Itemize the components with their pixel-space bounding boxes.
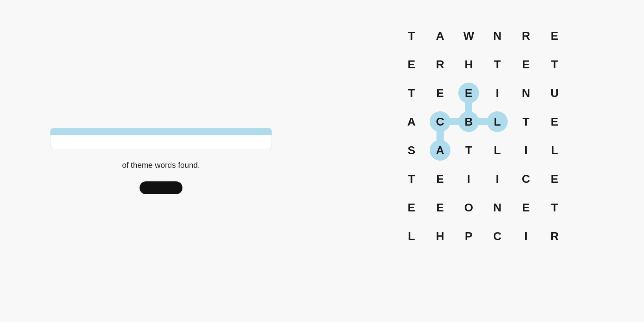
cell-4-5[interactable]: L (540, 136, 569, 165)
cell-2-1[interactable]: E (426, 79, 454, 107)
theme-content (50, 135, 272, 149)
cell-4-1[interactable]: A (426, 136, 454, 165)
cell-3-0[interactable]: A (397, 107, 426, 136)
cell-letter: R (436, 58, 444, 71)
cell-4-4[interactable]: I (512, 136, 540, 165)
cell-3-5[interactable]: E (540, 107, 569, 136)
cell-6-5[interactable]: T (540, 193, 569, 222)
cell-letter: T (551, 201, 558, 214)
cell-letter: L (551, 144, 558, 157)
cell-6-3[interactable]: N (483, 193, 512, 222)
cell-letter: E (436, 87, 444, 100)
cell-letter: I (496, 87, 499, 100)
cell-letter: T (551, 58, 558, 71)
cell-5-0[interactable]: T (397, 165, 426, 193)
cell-1-5[interactable]: T (540, 50, 569, 79)
cell-6-0[interactable]: E (397, 193, 426, 222)
cell-letter: A (407, 115, 415, 128)
cell-letter: L (408, 230, 415, 243)
cell-2-4[interactable]: N (512, 79, 540, 107)
cell-letter: B (464, 115, 473, 128)
cell-letter: E (522, 201, 530, 214)
cell-5-3[interactable]: I (483, 165, 512, 193)
cell-letter: C (436, 115, 444, 128)
cell-6-2[interactable]: O (454, 193, 483, 222)
cell-0-0[interactable]: T (397, 21, 426, 50)
cell-letter: L (494, 115, 501, 128)
cell-1-1[interactable]: R (426, 50, 454, 79)
cell-letter: R (522, 29, 530, 43)
cell-letter: C (522, 172, 530, 186)
cell-6-1[interactable]: E (426, 193, 454, 222)
cell-2-3[interactable]: I (483, 79, 512, 107)
cell-7-2[interactable]: P (454, 222, 483, 250)
cell-2-5[interactable]: U (540, 79, 569, 107)
cell-letter: N (493, 29, 501, 43)
cell-5-2[interactable]: I (454, 165, 483, 193)
cell-4-3[interactable]: L (483, 136, 512, 165)
left-panel: of theme words found. (0, 0, 322, 322)
cell-letter: E (436, 172, 444, 186)
cell-letter: T (408, 29, 415, 43)
cell-0-3[interactable]: N (483, 21, 512, 50)
cell-5-5[interactable]: E (540, 165, 569, 193)
cell-6-4[interactable]: E (512, 193, 540, 222)
found-text: of theme words found. (122, 161, 200, 170)
hint-button[interactable] (140, 181, 182, 194)
cell-7-1[interactable]: H (426, 222, 454, 250)
cell-letter: E (436, 201, 444, 214)
cell-0-1[interactable]: A (426, 21, 454, 50)
cell-7-3[interactable]: C (483, 222, 512, 250)
cell-letter: R (550, 230, 558, 243)
cell-letter: E (465, 87, 472, 100)
cell-2-0[interactable]: T (397, 79, 426, 107)
cell-4-0[interactable]: S (397, 136, 426, 165)
cell-5-4[interactable]: C (512, 165, 540, 193)
word-search-grid-container: TAWNREERHTETTEEINUACBLTESATLILTEIICEEEON… (397, 21, 569, 250)
letter-grid: TAWNREERHTETTEEINUACBLTESATLILTEIICEEEON… (397, 21, 569, 250)
theme-box (50, 128, 272, 149)
cell-letter: A (436, 144, 444, 157)
cell-1-2[interactable]: H (454, 50, 483, 79)
cell-letter: T (465, 144, 472, 157)
cell-letter: I (525, 230, 528, 243)
cell-0-2[interactable]: W (454, 21, 483, 50)
cell-3-3[interactable]: L (483, 107, 512, 136)
cell-1-3[interactable]: T (483, 50, 512, 79)
cell-letter: N (493, 201, 501, 214)
cell-letter: E (408, 58, 415, 71)
cell-letter: O (464, 201, 473, 214)
cell-letter: I (525, 144, 528, 157)
cell-letter: E (551, 29, 558, 43)
cell-letter: E (522, 58, 530, 71)
right-panel: TAWNREERHTETTEEINUACBLTESATLILTEIICEEEON… (322, 0, 644, 322)
found-suffix: theme words found. (131, 161, 200, 170)
cell-letter: N (522, 87, 530, 100)
cell-letter: P (465, 230, 472, 243)
cell-letter: T (522, 115, 530, 128)
cell-letter: I (467, 172, 470, 186)
cell-letter: E (551, 172, 558, 186)
theme-header (50, 128, 272, 135)
cell-3-2[interactable]: B (454, 107, 483, 136)
cell-0-4[interactable]: R (512, 21, 540, 50)
cell-letter: C (493, 230, 501, 243)
cell-5-1[interactable]: E (426, 165, 454, 193)
cell-7-4[interactable]: I (512, 222, 540, 250)
cell-letter: T (408, 87, 415, 100)
cell-0-5[interactable]: E (540, 21, 569, 50)
cell-7-5[interactable]: R (540, 222, 569, 250)
cell-letter: U (550, 87, 558, 100)
cell-letter: I (496, 172, 499, 186)
cell-2-2[interactable]: E (454, 79, 483, 107)
cell-letter: H (436, 230, 444, 243)
cell-3-1[interactable]: C (426, 107, 454, 136)
cell-7-0[interactable]: L (397, 222, 426, 250)
cell-letter: E (408, 201, 415, 214)
cell-letter: E (551, 115, 558, 128)
cell-3-4[interactable]: T (512, 107, 540, 136)
cell-4-2[interactable]: T (454, 136, 483, 165)
cell-letter: L (494, 144, 501, 157)
cell-1-4[interactable]: E (512, 50, 540, 79)
cell-1-0[interactable]: E (397, 50, 426, 79)
